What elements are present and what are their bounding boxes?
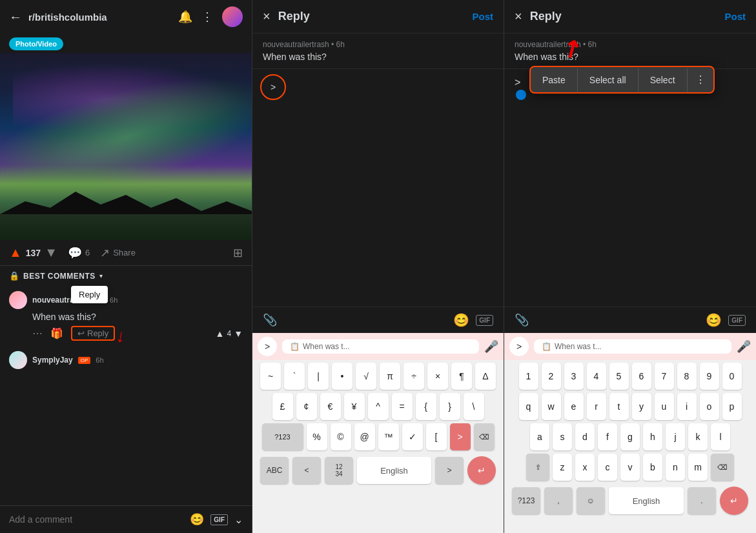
- kb-key-u[interactable]: u: [655, 393, 674, 420]
- emoji-button-right[interactable]: 😊: [706, 312, 722, 328]
- kb-key-p[interactable]: p: [722, 393, 742, 420]
- gif-button-right[interactable]: GIF: [728, 315, 746, 326]
- kb-key-g[interactable]: g: [620, 423, 640, 450]
- kb-key[interactable]: π: [380, 363, 400, 390]
- kb-arrow-button-right[interactable]: >: [509, 337, 529, 356]
- avatar[interactable]: [222, 6, 243, 27]
- compose-area-middle[interactable]: >: [252, 69, 504, 307]
- kb-key-accent[interactable]: >: [450, 423, 471, 450]
- kb-key[interactable]: %: [307, 423, 327, 450]
- kb-key[interactable]: `: [284, 363, 305, 390]
- close-button-middle[interactable]: ×: [263, 9, 271, 24]
- kb-key[interactable]: ×: [427, 363, 448, 390]
- kb-key[interactable]: √: [356, 363, 376, 390]
- kb-key-4[interactable]: 4: [587, 363, 606, 390]
- close-button-right[interactable]: ×: [515, 9, 522, 24]
- kb-key-c[interactable]: c: [598, 454, 617, 481]
- kb-key-5[interactable]: 5: [609, 363, 629, 390]
- gift-button[interactable]: 🎁: [50, 327, 63, 339]
- expand-button[interactable]: ⌄: [234, 514, 243, 526]
- kb-key-6[interactable]: 6: [632, 363, 651, 390]
- kb-key-9[interactable]: 9: [700, 363, 719, 390]
- post-button-middle[interactable]: Post: [472, 11, 493, 22]
- kb-key[interactable]: £: [272, 393, 293, 420]
- kb-space-middle[interactable]: English: [357, 457, 431, 484]
- comment-more-button[interactable]: ⋯: [32, 327, 43, 339]
- kb-emoji-key[interactable]: ☺: [577, 487, 605, 514]
- upvote-button[interactable]: ▲: [9, 245, 22, 260]
- kb-num-mode-right[interactable]: ?123: [512, 487, 540, 514]
- kb-key-q[interactable]: q: [519, 393, 538, 420]
- kb-key-s[interactable]: s: [553, 423, 572, 450]
- kb-key-m[interactable]: m: [688, 454, 708, 481]
- kb-left-chevron[interactable]: <: [292, 457, 321, 484]
- kb-key-f[interactable]: f: [598, 423, 617, 450]
- kb-1234-key[interactable]: 1234: [325, 457, 353, 484]
- kb-key-o[interactable]: o: [700, 393, 719, 420]
- kb-key[interactable]: ¢: [296, 393, 317, 420]
- kb-key[interactable]: €: [320, 393, 341, 420]
- kb-key[interactable]: ~: [260, 363, 281, 390]
- kb-key[interactable]: ©: [331, 423, 351, 450]
- kb-key[interactable]: Δ: [475, 363, 496, 390]
- notification-icon[interactable]: 🔔: [178, 10, 192, 24]
- kb-key[interactable]: =: [392, 393, 413, 420]
- more-options-icon[interactable]: ⋮: [201, 10, 213, 24]
- gif-button-middle[interactable]: GIF: [476, 315, 493, 326]
- kb-right-chevron[interactable]: >: [435, 457, 464, 484]
- emoji-button-middle[interactable]: 😊: [453, 312, 469, 328]
- reply-button-1[interactable]: ↩ Reply: [71, 326, 115, 341]
- kb-key-d[interactable]: d: [575, 423, 595, 450]
- kb-key-a[interactable]: a: [530, 423, 549, 450]
- emoji-button[interactable]: 😊: [190, 512, 204, 527]
- bookmark-button[interactable]: ⊞: [233, 246, 243, 260]
- kb-key-t[interactable]: t: [609, 393, 629, 420]
- kb-key[interactable]: ÷: [404, 363, 424, 390]
- select-button[interactable]: Select: [639, 68, 688, 92]
- inline-downvote[interactable]: ▼: [234, 328, 243, 339]
- compose-area-right[interactable]: >: [504, 69, 756, 307]
- kb-key-1[interactable]: 1: [519, 363, 538, 390]
- kb-key-w[interactable]: w: [542, 393, 561, 420]
- kb-space-right[interactable]: English: [609, 487, 684, 514]
- kb-abc-key[interactable]: ABC: [260, 457, 289, 484]
- kb-key[interactable]: {: [416, 393, 436, 420]
- kb-arrow-button-middle[interactable]: >: [258, 337, 277, 356]
- kb-key-0[interactable]: 0: [722, 363, 742, 390]
- kb-period-key[interactable]: .: [688, 487, 716, 514]
- kb-key[interactable]: [: [426, 423, 447, 450]
- kb-key-e[interactable]: e: [564, 393, 584, 420]
- kb-key-b[interactable]: b: [643, 454, 662, 481]
- paste-button[interactable]: Paste: [531, 68, 578, 92]
- kb-delete-key[interactable]: ⌫: [474, 423, 495, 450]
- downvote-button[interactable]: ▼: [45, 245, 57, 260]
- kb-key-x[interactable]: x: [575, 454, 595, 481]
- kb-key[interactable]: \: [464, 393, 484, 420]
- kb-key-3[interactable]: 3: [564, 363, 584, 390]
- select-all-button[interactable]: Select all: [578, 68, 639, 92]
- add-comment-input[interactable]: [9, 514, 183, 525]
- share-button[interactable]: ↗ Share: [100, 246, 136, 260]
- kb-delete-key-right[interactable]: ⌫: [711, 454, 734, 481]
- kb-key-k[interactable]: k: [688, 423, 708, 450]
- kb-key-8[interactable]: 8: [677, 363, 697, 390]
- kb-key[interactable]: |: [308, 363, 329, 390]
- sort-chevron[interactable]: ▾: [99, 272, 103, 279]
- attach-button-middle[interactable]: 📎: [263, 313, 277, 327]
- kb-key-j[interactable]: j: [666, 423, 685, 450]
- kb-key-r[interactable]: r: [587, 393, 606, 420]
- kb-key[interactable]: @: [354, 423, 375, 450]
- gif-button[interactable]: GIF: [210, 514, 228, 525]
- kb-key-h[interactable]: h: [643, 423, 662, 450]
- kb-key-n[interactable]: n: [666, 454, 685, 481]
- kb-key[interactable]: }: [440, 393, 460, 420]
- kb-key-2[interactable]: 2: [542, 363, 561, 390]
- kb-key[interactable]: ¶: [451, 363, 472, 390]
- kb-key-z[interactable]: z: [553, 454, 572, 481]
- comment-group[interactable]: 💬 6: [68, 246, 90, 260]
- kb-key[interactable]: ✓: [402, 423, 423, 450]
- kb-key-num-mode[interactable]: ?123: [262, 423, 303, 450]
- kb-key[interactable]: ^: [368, 393, 389, 420]
- kb-key[interactable]: ¥: [344, 393, 365, 420]
- kb-key[interactable]: •: [332, 363, 352, 390]
